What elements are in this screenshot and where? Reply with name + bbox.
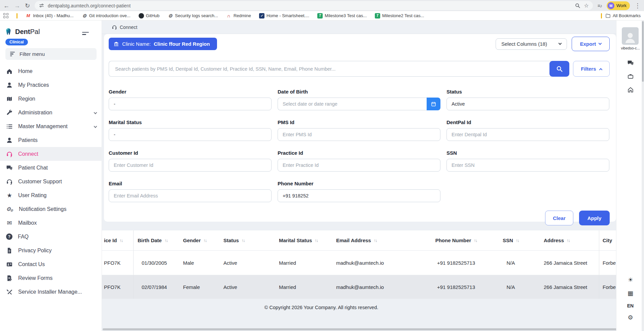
- sort-icon[interactable]: [374, 238, 377, 243]
- apps-grid-icon[interactable]: [3, 13, 8, 18]
- profile-name: Work: [616, 3, 627, 8]
- search-button[interactable]: [549, 61, 569, 77]
- filter-panel: Clinic Name: Clinic ffour Red Region Sel…: [104, 34, 616, 222]
- col-gender[interactable]: Gender: [179, 230, 219, 250]
- sort-icon[interactable]: [119, 238, 122, 243]
- sidebar-item-mailbox[interactable]: Mailbox: [0, 216, 102, 230]
- sidebar-item-review-forms[interactable]: Review Forms: [0, 271, 102, 285]
- ssn-input[interactable]: [446, 159, 609, 172]
- col-birth-date[interactable]: Birth Date: [134, 230, 179, 250]
- bookmark-security-logs[interactable]: Security logs search...: [168, 13, 218, 19]
- rail-chat-icon[interactable]: [616, 60, 644, 66]
- sort-icon[interactable]: [165, 238, 168, 243]
- forward-icon[interactable]: [14, 3, 20, 9]
- select-columns-dropdown[interactable]: Select Columns (18): [496, 38, 567, 50]
- clear-button[interactable]: Clear: [545, 211, 573, 225]
- calendar-button[interactable]: [427, 98, 440, 110]
- col-status[interactable]: Status: [219, 230, 275, 250]
- all-bookmarks[interactable]: All Bookmarks: [605, 13, 641, 19]
- chevron-up-icon: [599, 68, 602, 72]
- settings-gear-icon[interactable]: [616, 314, 644, 321]
- dentpal-id-input[interactable]: [446, 128, 609, 141]
- bookmark-github[interactable]: GitHub: [139, 13, 159, 19]
- url-text[interactable]: dentpalstg.aumtech.org/connect-patient: [48, 3, 571, 8]
- email-input[interactable]: [109, 189, 272, 202]
- sidebar-item-home[interactable]: Home: [0, 64, 102, 78]
- region-icon: [6, 96, 13, 102]
- chevron-down-icon: [559, 42, 562, 45]
- table-row[interactable]: PFO7K 01/30/2005 Male Active Married mad…: [102, 251, 616, 275]
- pms-id-input[interactable]: [278, 128, 440, 141]
- browser-menu-icon[interactable]: [635, 3, 641, 9]
- rail-home-icon[interactable]: [616, 86, 644, 93]
- marital-status-select[interactable]: [109, 128, 272, 141]
- rail-briefcase-icon[interactable]: [616, 73, 644, 80]
- bookmark-milestone3[interactable]: Milestone3 Test cas...: [317, 13, 367, 19]
- sidebar-item-user-rating[interactable]: User Rating: [0, 188, 102, 202]
- bookmark-star-icon[interactable]: [584, 3, 588, 8]
- bookmark-smartsheet[interactable]: Home - Smartsheet....: [259, 13, 309, 19]
- bookmark-inbox[interactable]: Inbox (40) - Madhu...: [26, 13, 74, 19]
- vertical-scrollbar-thumb[interactable]: [642, 21, 644, 82]
- sidebar-item-service-installer[interactable]: Service Installer Manage...: [0, 285, 102, 299]
- rail-table-icon[interactable]: [616, 290, 644, 297]
- clinic-name-banner[interactable]: Clinic Name: Clinic ffour Red Region: [109, 38, 217, 50]
- language-selector[interactable]: EN: [616, 303, 644, 308]
- practice-id-input[interactable]: [278, 159, 440, 172]
- sidebar-item-contact-us[interactable]: Contact Us: [0, 257, 102, 271]
- filters-toggle-button[interactable]: Filters: [573, 61, 610, 77]
- headset-icon: [112, 25, 117, 30]
- sidebar-item-my-practices[interactable]: My Practices: [0, 78, 102, 92]
- sort-icon[interactable]: [516, 238, 519, 243]
- sidebar-item-faq[interactable]: FAQ: [0, 230, 102, 244]
- apply-button[interactable]: Apply: [579, 211, 610, 225]
- sidebar-item-region[interactable]: Region: [0, 92, 102, 106]
- bookmark-milestone2[interactable]: Milestone2 Test cas...: [375, 13, 424, 19]
- person-icon: [623, 31, 637, 45]
- ssn-label: SSN: [446, 150, 609, 156]
- horizontal-scrollbar[interactable]: [103, 328, 638, 330]
- user-avatar[interactable]: [622, 27, 639, 45]
- search-input[interactable]: [109, 61, 551, 77]
- phone-input[interactable]: [278, 189, 440, 202]
- sidebar-item-privacy-policy[interactable]: Privacy Policy: [0, 244, 102, 257]
- rail-profile-name: vibedso-c...: [616, 46, 644, 50]
- sidebar-item-patients[interactable]: Patients: [0, 133, 102, 147]
- tab-connect[interactable]: Connect: [107, 21, 142, 34]
- sidebar-item-patient-chat[interactable]: Patient Chat: [0, 161, 102, 175]
- col-ssn[interactable]: SSN: [487, 230, 534, 250]
- status-select[interactable]: [446, 98, 609, 110]
- sort-icon[interactable]: [204, 238, 207, 243]
- sort-icon[interactable]: [474, 238, 477, 243]
- sidebar-item-administration[interactable]: Administration: [0, 106, 102, 119]
- sidebar-collapse-icon[interactable]: [82, 31, 89, 36]
- sidebar-item-customer-support[interactable]: Customer Support: [0, 175, 102, 188]
- sidebar-item-notification-settings[interactable]: Notification Settings: [0, 202, 102, 216]
- sort-icon[interactable]: [242, 238, 245, 243]
- back-icon[interactable]: [3, 3, 9, 9]
- customer-id-input[interactable]: [109, 159, 272, 172]
- gender-select[interactable]: [109, 98, 272, 110]
- dob-input[interactable]: [278, 98, 427, 110]
- col-practice-id[interactable]: ice Id: [102, 230, 134, 250]
- export-button[interactable]: Export: [572, 37, 610, 51]
- site-settings-icon[interactable]: [39, 3, 44, 8]
- bookmark-redmine[interactable]: Redmine: [226, 13, 251, 19]
- theme-toggle-icon[interactable]: [616, 276, 644, 284]
- sidebar-item-connect[interactable]: Connect: [0, 147, 102, 161]
- zoom-icon[interactable]: [575, 3, 580, 8]
- col-address[interactable]: Address: [534, 230, 599, 250]
- col-email[interactable]: Email Address: [332, 230, 425, 250]
- col-phone[interactable]: Phone Number: [425, 230, 487, 250]
- browser-profile-chip[interactable]: M Work: [607, 1, 630, 10]
- bookmark-git-intro[interactable]: Git introduction ove...: [82, 13, 131, 19]
- sort-icon[interactable]: [567, 238, 570, 243]
- reload-icon[interactable]: [25, 3, 30, 9]
- filter-menu-button[interactable]: Filter menu: [5, 48, 97, 60]
- col-marital-status[interactable]: Marital Status: [275, 230, 332, 250]
- sidebar-item-master-management[interactable]: Master Management: [0, 119, 102, 133]
- sort-icon[interactable]: [315, 238, 318, 243]
- table-row[interactable]: PFO7K 02/07/1984 Female Active Married m…: [102, 275, 616, 299]
- media-controls-icon[interactable]: [598, 3, 602, 8]
- address-bar[interactable]: dentpalstg.aumtech.org/connect-patient: [35, 1, 593, 10]
